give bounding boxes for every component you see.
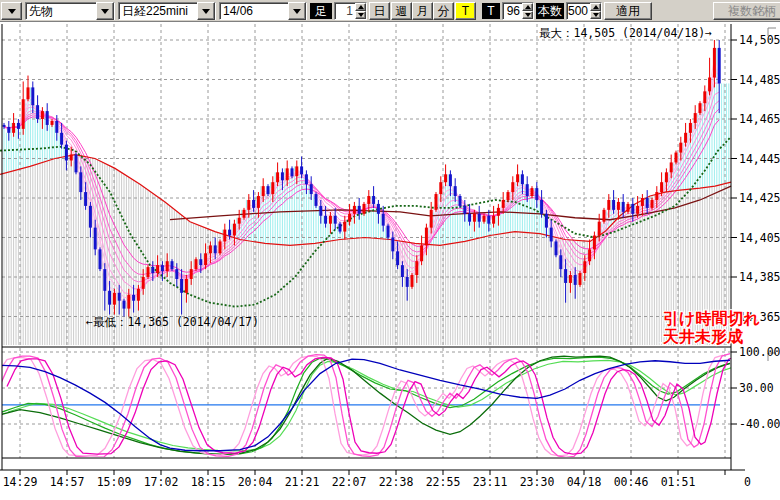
oscillator-panel	[0, 354, 738, 458]
cloud-hatch-area	[4, 48, 729, 345]
multi-symbol-button[interactable]: 複数銘柄	[713, 2, 780, 20]
alert-text-line1: 引け時間切れ	[663, 309, 760, 328]
oscillator-tick-label: 30.00	[739, 381, 774, 395]
time-tick-label: 04/18	[567, 475, 602, 489]
time-tick-label: 21:21	[285, 475, 320, 489]
spin-up-icon[interactable]	[590, 3, 601, 11]
time-tick-label: 14:29	[3, 475, 38, 489]
chevron-down-icon[interactable]	[96, 2, 114, 20]
contract-month-select[interactable]: 14/06	[219, 2, 307, 20]
spin-up-icon[interactable]	[355, 3, 366, 11]
symbol-select[interactable]: 日経225mini	[118, 2, 216, 20]
price-tick-label: 14,445	[739, 152, 780, 166]
interval-value: 1	[335, 3, 355, 19]
spin-down-icon[interactable]	[522, 11, 533, 19]
min-price-annotation: ←最低：14,365 (2014/04/17)	[86, 315, 259, 329]
time-tick-label: 01:51	[661, 475, 696, 489]
time-tick-label: 22:38	[379, 475, 414, 489]
period-day-button[interactable]: 日	[369, 2, 390, 20]
chevron-down-icon[interactable]	[197, 2, 215, 20]
period-week-button[interactable]: 週	[391, 2, 412, 20]
price-and-oscillator-chart[interactable]: 14,50514,48514,46514,44514,42514,40514,3…	[0, 22, 780, 500]
time-tick-label: 23:30	[520, 475, 555, 489]
bar-count-value: 500	[567, 3, 590, 19]
time-tick-label: 20:04	[238, 475, 273, 489]
bar-count-label: 本数	[536, 3, 564, 19]
oscillator-tick-label: 100.00	[739, 345, 780, 359]
period-month-button[interactable]: 月	[412, 2, 433, 20]
chevron-down-icon[interactable]	[288, 2, 306, 20]
chevron-down-icon	[2, 3, 21, 19]
time-tick-label: 00:46	[614, 475, 649, 489]
toolbar: 先物 日経225mini 14/06 足 1 日 週 月 分 T T 96 本数…	[0, 0, 780, 22]
period-tick-button[interactable]: T	[455, 2, 476, 20]
spin-up-icon[interactable]	[522, 3, 533, 11]
alert-text-line2: 天井未形成	[662, 327, 743, 346]
contract-month-value: 14/06	[220, 4, 288, 18]
price-tick-label: 14,485	[739, 73, 780, 87]
chart-area[interactable]: 14,50514,48514,46514,44514,42514,40514,3…	[0, 22, 780, 500]
interval-spinner[interactable]: 1	[334, 2, 367, 20]
time-tick-label: 22:55	[426, 475, 461, 489]
bar-type-label: 足	[310, 3, 332, 19]
price-tick-label: 14,465	[739, 112, 780, 126]
symbol-select-value: 日経225mini	[119, 3, 197, 20]
price-tick-label: 14,505	[739, 33, 780, 47]
time-tick-label: 22:07	[332, 475, 367, 489]
period-minute-button[interactable]: 分	[433, 2, 454, 20]
oscillator-tick-label: -40.00	[739, 417, 780, 431]
time-tick-label: 15:09	[97, 475, 132, 489]
chart-style-dropdown[interactable]	[1, 2, 22, 20]
spin-down-icon[interactable]	[590, 11, 601, 19]
apply-button[interactable]: 適用	[604, 2, 652, 20]
price-tick-label: 14,385	[739, 270, 780, 284]
tick-label: T	[482, 3, 500, 19]
annotations: 最大：14,505 (2014/04/18)→←最低：14,365 (2014/…	[86, 26, 760, 346]
price-tick-label: 14,425	[739, 191, 780, 205]
bar-count-spinner[interactable]: 500	[566, 2, 602, 20]
tick-count-spinner[interactable]: 96	[502, 2, 534, 20]
time-tick-label: 17:02	[144, 475, 179, 489]
max-price-annotation: 最大：14,505 (2014/04/18)→	[539, 26, 712, 40]
time-tick-label: 23:11	[473, 475, 508, 489]
time-tick-label: 18:15	[191, 475, 226, 489]
market-select[interactable]: 先物	[25, 2, 115, 20]
time-tick-label: 0	[744, 475, 751, 489]
market-select-value: 先物	[26, 3, 96, 20]
spin-down-icon[interactable]	[355, 11, 366, 19]
time-tick-label: 14:57	[50, 475, 85, 489]
price-tick-label: 14,405	[739, 231, 780, 245]
tick-count-value: 96	[503, 3, 522, 19]
